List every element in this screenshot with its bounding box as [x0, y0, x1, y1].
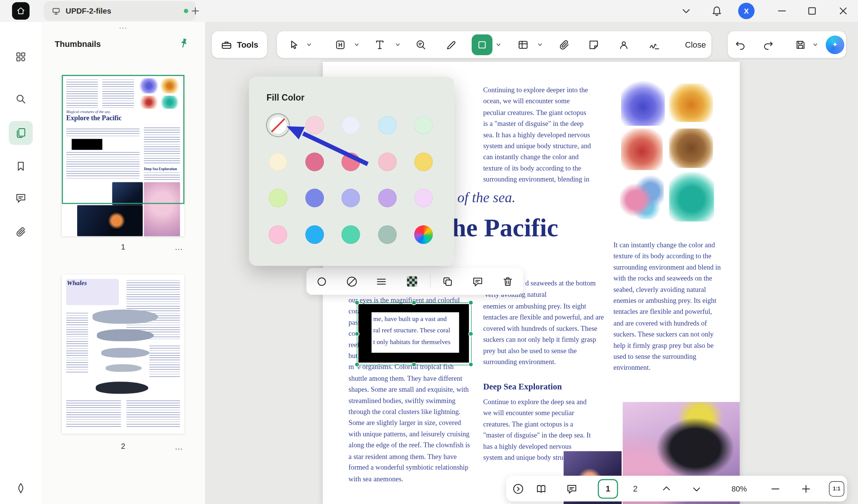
close-window-button[interactable]: [837, 5, 849, 17]
swatch-periwinkle[interactable]: [342, 189, 360, 207]
border-color-button[interactable]: [316, 268, 328, 295]
page-1-more-button[interactable]: …: [174, 242, 183, 252]
swatch-light-green[interactable]: [414, 116, 433, 135]
resize-handle[interactable]: [412, 362, 417, 367]
selected-rectangle-annotation[interactable]: me, have built up a vast and ral reef st…: [357, 302, 472, 365]
tool-edit-dropdown[interactable]: [354, 31, 360, 58]
save-dropdown[interactable]: [812, 31, 818, 58]
tool-stamp[interactable]: [618, 31, 630, 58]
page-thumbnail-1[interactable]: Magical creatures of the sea. Explore th…: [62, 75, 184, 236]
tool-search-text[interactable]: [415, 31, 427, 58]
tool-attachment[interactable]: [558, 31, 570, 58]
next-page-number[interactable]: 2: [633, 476, 637, 501]
sidebar-item-thumbnails[interactable]: [9, 121, 33, 145]
comments-toggle-button[interactable]: [566, 476, 578, 501]
reading-mode-button[interactable]: [535, 476, 547, 501]
zoom-out-button[interactable]: [769, 476, 782, 501]
zoom-level[interactable]: 80%: [732, 476, 747, 501]
swatch-purple[interactable]: [378, 189, 396, 207]
minimize-button[interactable]: [776, 5, 788, 17]
resize-handle[interactable]: [468, 300, 473, 305]
black-rectangle-shape[interactable]: me, have built up a vast and ral reef st…: [358, 304, 469, 363]
sidebar-item-attachments[interactable]: [9, 220, 33, 244]
tabs-chevron-down-icon[interactable]: [680, 5, 692, 17]
chevron-down-icon: [690, 482, 703, 495]
next-page-button[interactable]: [690, 476, 703, 501]
sidebar-item-menu[interactable]: [9, 45, 33, 69]
sidebar-item-bookmarks[interactable]: [9, 154, 33, 178]
border-width-button[interactable]: [375, 268, 387, 295]
swatch-light-blue[interactable]: [378, 116, 396, 135]
fill-color-button[interactable]: [346, 268, 358, 295]
pin-panel-icon[interactable]: [177, 36, 191, 51]
swatch-yellow-green[interactable]: [269, 189, 287, 207]
resize-handle[interactable]: [354, 300, 359, 305]
tool-select-dropdown[interactable]: [306, 31, 312, 58]
swatch-blush[interactable]: [378, 152, 396, 171]
doc-mid-fragment-1: d seaweeds at the bottom: [525, 278, 596, 289]
swatch-rose[interactable]: [305, 152, 323, 171]
redo-button[interactable]: [762, 31, 774, 58]
sidebar-item-comments[interactable]: [9, 186, 33, 210]
chevron-down-icon: [395, 42, 401, 48]
swatch-cream[interactable]: [269, 152, 287, 171]
swatch-indigo[interactable]: [305, 189, 323, 207]
notifications-bell-icon[interactable]: [711, 5, 723, 17]
pen-nib-logo-icon: [15, 482, 27, 495]
swatch-none[interactable]: [269, 116, 287, 135]
resize-handle[interactable]: [354, 332, 359, 337]
user-avatar[interactable]: X: [738, 3, 754, 19]
add-comment-button[interactable]: [472, 268, 484, 295]
opacity-button[interactable]: [407, 268, 417, 295]
tool-text-dropdown[interactable]: [395, 31, 401, 58]
updf-logo[interactable]: [9, 476, 33, 501]
swatch-pink[interactable]: [342, 152, 360, 171]
resize-handle[interactable]: [412, 300, 417, 305]
close-button[interactable]: Close: [685, 31, 706, 58]
tool-signature[interactable]: [648, 31, 661, 58]
page-number-2[interactable]: 2: [62, 442, 184, 451]
swatch-rainbow[interactable]: [414, 225, 433, 243]
previous-page-button[interactable]: [661, 476, 673, 501]
sidebar-item-search[interactable]: [9, 87, 33, 111]
duplicate-button[interactable]: [441, 268, 454, 295]
tool-text[interactable]: [374, 31, 386, 58]
resize-handle[interactable]: [468, 362, 473, 367]
tool-pen-annotate[interactable]: [445, 31, 457, 58]
tool-sticker[interactable]: [588, 31, 600, 58]
undo-button[interactable]: [734, 31, 746, 58]
swatch-light-violet[interactable]: [414, 189, 433, 207]
panel-drag-handle[interactable]: ⋯: [42, 23, 205, 33]
tool-table-dropdown[interactable]: [537, 31, 543, 58]
swatch-sage[interactable]: [378, 225, 396, 243]
save-button[interactable]: [794, 31, 807, 58]
new-tab-button[interactable]: [190, 5, 201, 16]
maximize-button[interactable]: [806, 5, 818, 17]
swatch-hot-pink[interactable]: [269, 225, 287, 243]
tool-edit[interactable]: [334, 31, 347, 58]
delete-button[interactable]: [502, 268, 514, 295]
tool-select[interactable]: [288, 31, 300, 58]
actual-size-button[interactable]: 1:1: [829, 476, 844, 501]
document-tab[interactable]: UPDF-2-files: [44, 1, 196, 21]
thumb-coral-image: [140, 78, 158, 93]
zoom-in-button[interactable]: [800, 476, 812, 501]
swatch-blue[interactable]: [305, 225, 323, 243]
swatch-yellow[interactable]: [414, 152, 433, 171]
tool-shape-dropdown[interactable]: [496, 31, 502, 58]
expand-panel-button[interactable]: [512, 476, 524, 501]
tools-menu-button[interactable]: Tools: [212, 31, 267, 58]
home-button[interactable]: [12, 2, 30, 20]
current-page-indicator[interactable]: 1: [598, 476, 618, 501]
tool-shape[interactable]: [472, 31, 493, 58]
ai-assistant-button[interactable]: [826, 31, 844, 58]
page-2-more-button[interactable]: …: [174, 442, 183, 451]
swatch-mint[interactable]: [342, 225, 360, 243]
swatch-light-pink[interactable]: [305, 116, 323, 135]
resize-handle[interactable]: [468, 332, 473, 337]
swatch-lavender-white[interactable]: [342, 116, 360, 135]
resize-handle[interactable]: [354, 362, 359, 367]
tool-table[interactable]: [517, 31, 529, 58]
page-number-1[interactable]: 1: [62, 242, 184, 251]
page-thumbnail-2[interactable]: Whales: [62, 274, 184, 434]
